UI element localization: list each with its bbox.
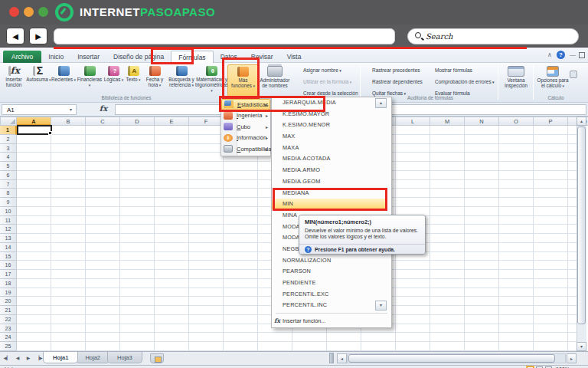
sheet-tab[interactable]: Hoja3 <box>107 352 142 363</box>
column-header[interactable]: N <box>465 117 499 126</box>
next-sheet-icon[interactable] <box>24 353 33 363</box>
function-library-button[interactable]: Más funciones <box>227 64 259 97</box>
watch-window-button[interactable]: Ventana Inspección <box>501 64 531 97</box>
row-header[interactable]: 11 <box>0 216 17 225</box>
horizontal-scroll-thumb[interactable] <box>348 354 555 363</box>
close-traffic-light[interactable] <box>9 7 19 17</box>
search-input[interactable] <box>426 30 571 43</box>
row-header[interactable]: 23 <box>0 324 17 334</box>
column-header[interactable]: D <box>120 117 155 126</box>
function-library-button[interactable]: Texto <box>124 64 142 97</box>
window-minimize-icon[interactable] <box>568 51 577 59</box>
row-header[interactable]: 19 <box>0 288 17 297</box>
row-header[interactable]: 3 <box>0 144 17 153</box>
tab-split-handle[interactable] <box>329 353 334 363</box>
function-list-item[interactable]: NORMALIZACION <box>272 255 387 267</box>
ribbon-tab[interactable]: Datos <box>214 51 244 63</box>
menu-item[interactable]: Cubo <box>221 121 270 133</box>
row-header[interactable]: 16 <box>0 261 17 270</box>
function-list-item[interactable]: MEDIANA <box>272 188 387 199</box>
row-header[interactable]: 5 <box>0 162 17 171</box>
column-header[interactable]: C <box>86 117 120 126</box>
function-library-button[interactable]: Búsqueda y referencia <box>167 64 196 97</box>
scroll-right-icon[interactable] <box>567 353 577 363</box>
function-list-item[interactable]: K.ESIMO.MAYOR <box>272 109 387 120</box>
function-library-button[interactable]: Autosuma <box>26 64 51 97</box>
ribbon-tab[interactable]: Fórmulas <box>171 51 213 63</box>
row-header[interactable]: 14 <box>0 243 17 252</box>
menu-item[interactable]: Estadísticas <box>221 99 270 110</box>
function-library-button[interactable]: Insertar función <box>2 64 26 97</box>
menu-item[interactable]: Ingeniería <box>221 110 270 122</box>
function-list-item[interactable]: MEDIA.ARMO <box>272 165 387 176</box>
select-all-corner[interactable] <box>0 117 17 126</box>
row-header[interactable]: 7 <box>0 180 17 189</box>
menu-item[interactable]: Información <box>221 133 270 144</box>
row-header[interactable]: 12 <box>0 225 17 234</box>
submenu-scroll-down-icon[interactable] <box>375 301 387 310</box>
insert-function-menu-item[interactable]: Insertar función... <box>272 315 387 326</box>
ribbon-tab[interactable]: Diseño de página <box>106 51 171 63</box>
function-library-button[interactable]: Matemáticas y trigonométricas <box>196 64 227 97</box>
zoom-traffic-light[interactable] <box>38 7 48 17</box>
row-header[interactable]: 24 <box>0 333 17 342</box>
function-library-button[interactable]: Lógicas <box>103 64 124 97</box>
function-list-item[interactable]: MEDIA.GEOM <box>272 176 387 188</box>
row-header[interactable]: 18 <box>0 279 17 288</box>
previous-sheet-icon[interactable] <box>13 353 22 363</box>
column-header[interactable]: F <box>189 117 224 126</box>
column-header[interactable]: O <box>499 117 534 126</box>
column-header[interactable]: E <box>155 117 189 126</box>
column-header[interactable]: B <box>51 117 86 126</box>
ribbon-tab[interactable]: Insertar <box>70 51 106 63</box>
function-list-item[interactable]: PEARSON <box>272 266 387 278</box>
function-list-item[interactable]: PENDIENTE <box>272 278 387 289</box>
row-header[interactable]: 8 <box>0 189 17 198</box>
function-list-item[interactable]: K.ESIMO.MENOR <box>272 120 387 131</box>
row-header[interactable]: 1 <box>0 126 17 135</box>
browser-forward-button[interactable]: ▶ <box>29 28 47 44</box>
minimize-traffic-light[interactable] <box>24 7 34 17</box>
row-header[interactable]: 6 <box>0 171 17 180</box>
insert-function-fx-icon[interactable] <box>96 104 110 115</box>
audit-item[interactable]: Rastrear precedentes <box>363 64 423 76</box>
scroll-left-icon[interactable] <box>337 353 347 363</box>
row-header[interactable]: 13 <box>0 234 17 243</box>
defined-names-item[interactable]: Asignar nombre <box>294 64 358 76</box>
insert-worksheet-icon[interactable] <box>150 353 164 363</box>
row-header[interactable]: 10 <box>0 207 17 216</box>
calculate-sheet-icon[interactable] <box>570 71 577 78</box>
audit-item[interactable]: Comprobación de errores <box>426 76 495 87</box>
row-header[interactable]: 21 <box>0 306 17 315</box>
selected-cell-a1[interactable] <box>17 125 52 135</box>
sheet-tab[interactable]: Hoja2 <box>75 352 110 363</box>
row-header[interactable]: 20 <box>0 297 17 306</box>
audit-item[interactable]: Rastrear dependientes <box>363 76 423 87</box>
column-header[interactable]: P <box>534 117 568 126</box>
browser-back-button[interactable]: ◀ <box>6 28 24 44</box>
column-header[interactable]: M <box>430 117 465 126</box>
audit-item[interactable]: Mostrar fórmulas <box>426 64 495 76</box>
function-list-item[interactable]: MAXA <box>272 143 387 154</box>
function-list-item[interactable]: PERCENTIL.INC <box>272 300 387 311</box>
row-header[interactable]: 17 <box>0 270 17 279</box>
scroll-up-icon[interactable] <box>577 117 586 126</box>
function-list-item[interactable]: MEDIA.ACOTADA <box>272 153 387 165</box>
address-bar[interactable] <box>54 28 395 44</box>
calculation-options-button[interactable]: Opciones para el cálculo <box>536 64 570 97</box>
window-restore-icon[interactable] <box>579 52 585 58</box>
submenu-scroll-up-icon[interactable] <box>375 98 387 108</box>
function-list-item[interactable]: MIN <box>272 199 387 210</box>
function-library-button[interactable]: Financieras <box>76 64 103 97</box>
sheet-tab[interactable]: Hoja1 <box>43 352 78 363</box>
minimize-ribbon-icon[interactable] <box>545 51 554 59</box>
function-list-item[interactable]: PERCENTIL.EXC <box>272 289 387 301</box>
row-header[interactable]: 25 <box>0 342 17 351</box>
first-sheet-icon[interactable] <box>2 353 11 363</box>
function-list-item[interactable]: MAX <box>272 131 387 143</box>
vertical-scroll-thumb[interactable] <box>577 127 586 324</box>
function-list-item[interactable]: JERARQUIA.MEDIA <box>272 97 387 109</box>
row-header[interactable]: 15 <box>0 252 17 261</box>
function-library-button[interactable]: Fecha y hora <box>142 64 167 97</box>
menu-item[interactable]: Compatibilidad <box>221 143 270 155</box>
